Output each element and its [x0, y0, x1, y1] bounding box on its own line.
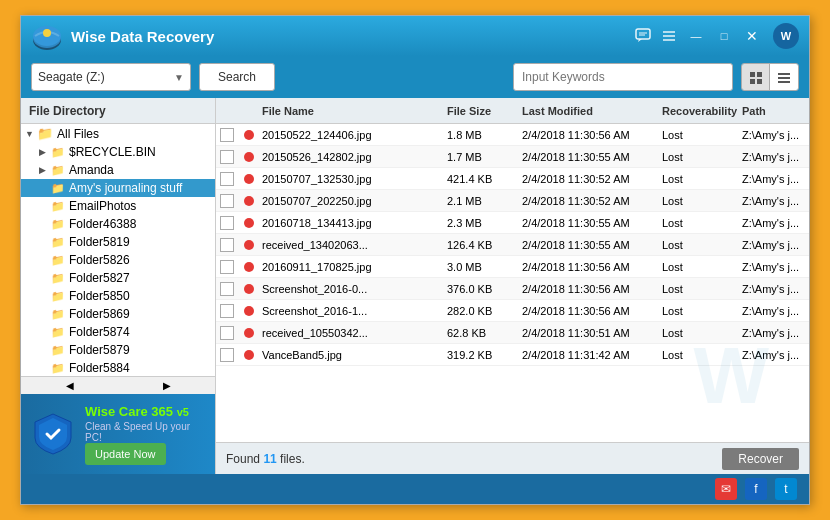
table-row[interactable]: 20150707_132530.jpg 421.4 KB 2/4/2018 11… [216, 168, 809, 190]
row-checkbox[interactable] [220, 260, 244, 274]
svg-rect-11 [757, 72, 762, 77]
tree-item-folder5874[interactable]: 📁 Folder5874 [21, 323, 215, 341]
table-row[interactable]: VanceBand5.jpg 319.2 KB 2/4/2018 11:31:4… [216, 344, 809, 366]
email-social-icon[interactable]: ✉ [715, 478, 737, 500]
maximize-button[interactable]: □ [713, 25, 735, 47]
tree-item-folder5884[interactable]: 📁 Folder5884 [21, 359, 215, 376]
row-status-dot [244, 240, 262, 250]
tree-label: Folder5869 [69, 307, 130, 321]
list-view-button[interactable] [770, 64, 798, 91]
row-filesize: 126.4 KB [447, 239, 522, 251]
tree-label: Amanda [69, 163, 114, 177]
grid-view-button[interactable] [742, 64, 770, 91]
tree-label: Folder46388 [69, 217, 136, 231]
close-button[interactable]: ✕ [741, 25, 763, 47]
row-checkbox[interactable] [220, 216, 244, 230]
tree-item-folder5826[interactable]: 📁 Folder5826 [21, 251, 215, 269]
folder-icon: 📁 [51, 236, 65, 249]
tree-label: Folder5827 [69, 271, 130, 285]
row-status-dot [244, 350, 262, 360]
row-recoverability: Lost [662, 305, 742, 317]
row-checkbox[interactable] [220, 194, 244, 208]
tree-item-amanda[interactable]: ▶ 📁 Amanda [21, 161, 215, 179]
table-row[interactable]: 20150707_202250.jpg 2.1 MB 2/4/2018 11:3… [216, 190, 809, 212]
tree-item-all-files[interactable]: ▼ 📁 All Files [21, 124, 215, 143]
row-checkbox[interactable] [220, 172, 244, 186]
titlebar: Wise Data Recovery — □ ✕ W [21, 16, 809, 56]
folder-icon: 📁 [51, 308, 65, 321]
minimize-button[interactable]: — [685, 25, 707, 47]
table-row[interactable]: 20160718_134413.jpg 2.3 MB 2/4/2018 11:3… [216, 212, 809, 234]
row-path: Z:\Amy's j... [742, 217, 805, 229]
row-filesize: 2.3 MB [447, 217, 522, 229]
row-modified: 2/4/2018 11:30:55 AM [522, 151, 662, 163]
drive-select[interactable]: Seagate (Z:) ▼ [31, 63, 191, 91]
folder-icon: 📁 [51, 146, 65, 159]
table-row[interactable]: 20150522_124406.jpg 1.8 MB 2/4/2018 11:3… [216, 124, 809, 146]
tree-item-recycle-bin[interactable]: ▶ 📁 $RECYCLE.BIN [21, 143, 215, 161]
row-status-dot [244, 218, 262, 228]
tree-item-folder5879[interactable]: 📁 Folder5879 [21, 341, 215, 359]
toolbar: Seagate (Z:) ▼ Search [21, 56, 809, 98]
row-checkbox[interactable] [220, 304, 244, 318]
view-toggle [741, 63, 799, 91]
file-directory-header: File Directory [21, 98, 215, 124]
row-checkbox[interactable] [220, 150, 244, 164]
keyword-input[interactable] [513, 63, 733, 91]
folder-icon: 📁 [51, 362, 65, 375]
scroll-left-btn[interactable]: ◀ [21, 377, 118, 394]
update-now-button[interactable]: Update Now [85, 443, 166, 465]
row-filesize: 282.0 KB [447, 305, 522, 317]
row-filename: 20150707_202250.jpg [262, 195, 447, 207]
scroll-right-btn[interactable]: ▶ [118, 377, 215, 394]
row-filename: 20160718_134413.jpg [262, 217, 447, 229]
chat-icon-btn[interactable] [633, 26, 653, 46]
row-filename: 20150522_124406.jpg [262, 129, 447, 141]
tree-label: Folder5884 [69, 361, 130, 375]
table-row[interactable]: received_13402063... 126.4 KB 2/4/2018 1… [216, 234, 809, 256]
tree-item-folder46388[interactable]: 📁 Folder46388 [21, 215, 215, 233]
header-recoverability: Recoverability [662, 105, 742, 117]
status-text: Found 11 files. [226, 452, 305, 466]
tree-scroll-controls: ◀ ▶ [21, 376, 215, 394]
folder-icon: 📁 [51, 200, 65, 213]
row-recoverability: Lost [662, 195, 742, 207]
recover-button[interactable]: Recover [722, 448, 799, 470]
row-path: Z:\Amy's j... [742, 173, 805, 185]
ad-text-content: Wise Care 365 v5 Clean & Speed Up your P… [85, 404, 207, 465]
row-checkbox[interactable] [220, 128, 244, 142]
table-row[interactable]: Screenshot_2016-1... 282.0 KB 2/4/2018 1… [216, 300, 809, 322]
tree-item-folder5819[interactable]: 📁 Folder5819 [21, 233, 215, 251]
tree-item-folder5850[interactable]: 📁 Folder5850 [21, 287, 215, 305]
row-checkbox[interactable] [220, 238, 244, 252]
table-row[interactable]: 20160911_170825.jpg 3.0 MB 2/4/2018 11:3… [216, 256, 809, 278]
main-window: Wise Data Recovery — □ ✕ W [20, 15, 810, 505]
row-modified: 2/4/2018 11:30:56 AM [522, 283, 662, 295]
row-filesize: 3.0 MB [447, 261, 522, 273]
row-checkbox[interactable] [220, 282, 244, 296]
search-button[interactable]: Search [199, 63, 275, 91]
tree-item-emailphotos[interactable]: 📁 EmailPhotos [21, 197, 215, 215]
table-row[interactable]: 20150526_142802.jpg 1.7 MB 2/4/2018 11:3… [216, 146, 809, 168]
row-recoverability: Lost [662, 173, 742, 185]
row-filename: received_13402063... [262, 239, 447, 251]
row-status-dot [244, 152, 262, 162]
tree-item-folder5869[interactable]: 📁 Folder5869 [21, 305, 215, 323]
user-avatar[interactable]: W [773, 23, 799, 49]
twitter-social-icon[interactable]: t [775, 478, 797, 500]
row-path: Z:\Amy's j... [742, 349, 805, 361]
file-tree[interactable]: ▼ 📁 All Files ▶ 📁 $RECYCLE.BIN ▶ 📁 Amand… [21, 124, 215, 376]
row-filename: 20150707_132530.jpg [262, 173, 447, 185]
table-row[interactable]: received_10550342... 62.8 KB 2/4/2018 11… [216, 322, 809, 344]
file-table: File Name File Size Last Modified Recove… [216, 98, 809, 442]
row-checkbox[interactable] [220, 348, 244, 362]
facebook-social-icon[interactable]: f [745, 478, 767, 500]
menu-icon-btn[interactable] [659, 26, 679, 46]
table-body[interactable]: W 20150522_124406.jpg 1.8 MB 2/4/2018 11… [216, 124, 809, 442]
row-checkbox[interactable] [220, 326, 244, 340]
row-path: Z:\Amy's j... [742, 195, 805, 207]
tree-item-folder5827[interactable]: 📁 Folder5827 [21, 269, 215, 287]
tree-item-amys-journaling[interactable]: 📁 Amy's journaling stuff [21, 179, 215, 197]
table-row[interactable]: Screenshot_2016-0... 376.0 KB 2/4/2018 1… [216, 278, 809, 300]
folder-icon: 📁 [51, 218, 65, 231]
